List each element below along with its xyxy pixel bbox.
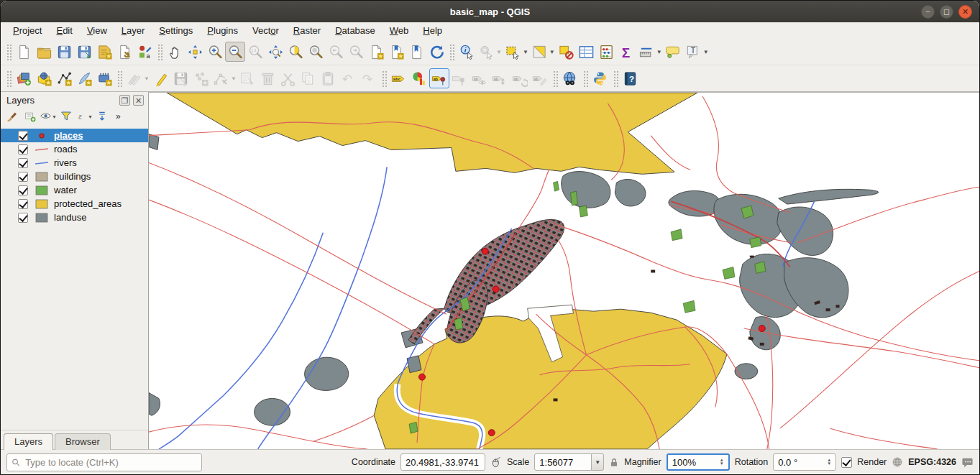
toolbar-grip[interactable]: [6, 43, 12, 60]
rotation-spin-buttons[interactable]: ▲▼: [827, 458, 831, 466]
toolbar-grip[interactable]: [157, 43, 162, 60]
toolbar-grip[interactable]: [613, 70, 618, 87]
current-edits-button[interactable]: ▼: [124, 68, 151, 88]
menu-database[interactable]: Database: [329, 24, 382, 37]
layer-visibility-checkbox[interactable]: [18, 144, 28, 155]
dropdown-arrow-icon[interactable]: ▼: [523, 49, 528, 55]
new-virtual-layer-button[interactable]: [94, 68, 114, 88]
scale-dropdown-button[interactable]: ▼: [592, 453, 604, 471]
layer-visibility-checkbox[interactable]: [18, 172, 28, 182]
zoom-native-button[interactable]: 1:1: [245, 42, 265, 62]
measure-button[interactable]: ▼: [637, 42, 664, 62]
cut-features-button[interactable]: [278, 68, 298, 88]
coordinate-field[interactable]: 20.4981,-33.9741: [400, 453, 485, 471]
field-calculator-button[interactable]: [597, 42, 617, 62]
dropdown-arrow-icon[interactable]: ▼: [231, 75, 237, 82]
menu-project[interactable]: Project: [6, 24, 48, 37]
add-feature-button[interactable]: [191, 68, 211, 88]
toolbar-grip[interactable]: [582, 70, 588, 87]
select-by-value-button[interactable]: ▼: [530, 42, 557, 62]
change-label-button[interactable]: ab: [530, 68, 550, 88]
highlight-pinned-button[interactable]: [449, 68, 470, 88]
zoom-to-layer-button[interactable]: [306, 42, 326, 62]
filter-expression-button[interactable]: ε▼: [75, 109, 93, 124]
layer-visibility-checkbox[interactable]: [18, 213, 28, 223]
toolbar-grip[interactable]: [381, 70, 387, 87]
labeling-options-button[interactable]: abc: [389, 68, 409, 88]
toolbar-grip[interactable]: [552, 70, 558, 87]
layer-visibility-checkbox[interactable]: [18, 131, 28, 141]
identify-features-button[interactable]: i: [457, 42, 477, 62]
dropdown-arrow-icon[interactable]: ▼: [549, 49, 555, 55]
dropdown-arrow-icon[interactable]: ▼: [496, 49, 502, 55]
open-layer-styling-button[interactable]: [4, 109, 21, 124]
new-print-layout-button[interactable]: [94, 42, 114, 62]
layer-item-places[interactable]: places: [1, 129, 148, 142]
data-source-manager-button[interactable]: [14, 68, 34, 88]
toggle-editing-button[interactable]: [151, 68, 171, 88]
layer-visibility-checkbox[interactable]: [18, 185, 28, 195]
paste-features-button[interactable]: [319, 68, 339, 88]
scale-combo[interactable]: 1:56077: [534, 453, 592, 471]
run-feature-action-button[interactable]: ▼: [477, 42, 503, 62]
help-button[interactable]: ?: [620, 68, 641, 88]
layout-manager-button[interactable]: [114, 42, 134, 62]
save-project-button[interactable]: [54, 42, 74, 62]
render-checkbox[interactable]: [841, 457, 852, 468]
messages-icon[interactable]: [961, 456, 974, 469]
layer-item-roads[interactable]: roads: [1, 142, 148, 156]
pan-to-selection-button[interactable]: [185, 42, 205, 62]
layer-item-rivers[interactable]: rivers: [1, 156, 148, 170]
close-button[interactable]: ✕: [958, 5, 972, 19]
open-project-button[interactable]: [34, 42, 54, 62]
style-manager-button[interactable]: a: [134, 42, 155, 62]
map-canvas[interactable]: [148, 92, 979, 449]
layer-visibility-checkbox[interactable]: [18, 158, 28, 168]
new-project-button[interactable]: [14, 42, 34, 62]
zoom-out-button[interactable]: [225, 42, 245, 62]
toolbar-grip[interactable]: [449, 43, 454, 60]
menu-raster[interactable]: Raster: [287, 24, 327, 37]
menu-settings[interactable]: Settings: [152, 24, 199, 37]
close-panel-icon[interactable]: ✕: [133, 95, 144, 106]
magnifier-spin-buttons[interactable]: ▲▼: [720, 458, 724, 466]
modify-attributes-button[interactable]: [238, 68, 258, 88]
pin-labels-button[interactable]: ab: [429, 68, 449, 88]
show-bookmarks-button[interactable]: [386, 42, 406, 62]
zoom-to-selection-button[interactable]: [285, 42, 306, 62]
text-annotation-button[interactable]: T▼: [684, 42, 710, 62]
locator-input[interactable]: [24, 456, 197, 469]
copy-features-button[interactable]: [298, 68, 319, 88]
diagram-options-button[interactable]: [409, 68, 429, 88]
rotate-label-button[interactable]: ab: [510, 68, 530, 88]
save-layer-edits-button[interactable]: [171, 68, 191, 88]
zoom-in-button[interactable]: [205, 42, 225, 62]
move-label-button[interactable]: ab: [490, 68, 510, 88]
map-tips-button[interactable]: [664, 42, 684, 62]
add-group-button[interactable]: [22, 109, 39, 124]
save-project-as-button[interactable]: [74, 42, 94, 62]
crs-status[interactable]: EPSG:4326: [908, 457, 956, 467]
minimize-button[interactable]: −: [921, 5, 935, 19]
pan-map-button[interactable]: [165, 42, 185, 62]
bookmark-manager-button[interactable]: [406, 42, 426, 62]
layer-item-landuse[interactable]: landuse: [1, 211, 148, 224]
magnifier-spinbox[interactable]: 100% ▲▼: [667, 453, 730, 471]
dropdown-arrow-icon[interactable]: ▼: [656, 49, 662, 55]
lock-scale-icon[interactable]: [609, 457, 619, 468]
new-geopackage-layer-button[interactable]: [34, 68, 54, 88]
mouse-position-icon[interactable]: [490, 456, 502, 468]
show-hide-labels-button[interactable]: ab: [470, 68, 490, 88]
layer-item-protected_areas[interactable]: protected_areas: [1, 197, 148, 211]
attribute-table-button[interactable]: [577, 42, 597, 62]
dropdown-arrow-icon[interactable]: ▼: [703, 49, 709, 55]
menu-layer[interactable]: Layer: [115, 24, 152, 37]
zoom-full-button[interactable]: [265, 42, 285, 62]
redo-button[interactable]: ↷: [359, 68, 379, 88]
menu-plugins[interactable]: Plugins: [201, 24, 244, 37]
float-panel-icon[interactable]: ❐: [119, 95, 130, 106]
toolbar-grip[interactable]: [116, 70, 122, 87]
layer-visibility-checkbox[interactable]: [18, 199, 28, 209]
zoom-last-button[interactable]: [326, 42, 346, 62]
rotation-spinbox[interactable]: 0.0 ° ▲▼: [773, 453, 836, 471]
